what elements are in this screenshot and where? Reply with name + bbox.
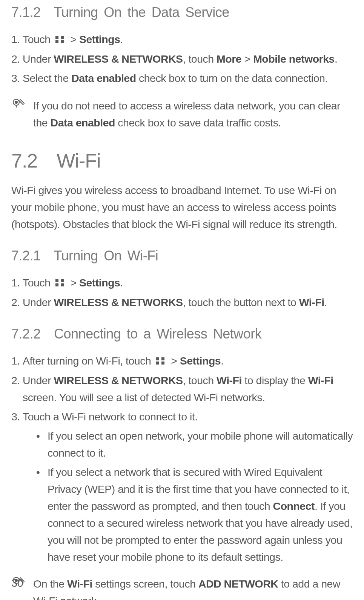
lightbulb-icon [12, 108, 25, 114]
svg-rect-10 [156, 357, 159, 360]
svg-rect-7 [61, 279, 64, 282]
bold-text: Data enabled [71, 72, 136, 84]
step-text: After turning on Wi-Fi, touch > Settings… [23, 352, 355, 370]
note-text: If you do not need to access a wireless … [33, 97, 355, 131]
step-7-2-1-1: 1. Touch > Settings. [11, 274, 355, 292]
step-text: Touch a Wi-Fi network to connect to it. … [23, 408, 355, 568]
bold-text: WIRELESS & NETWORKS [54, 374, 183, 386]
bold-text: Wi-Fi [299, 296, 324, 308]
step-text: Under WIRELESS & NETWORKS, touch the but… [23, 294, 355, 311]
text: settings screen, touch [92, 578, 198, 590]
bold-text: Settings [79, 33, 120, 45]
manual-page: 7.1.2 Turning On the Data Service 1. Tou… [0, 0, 364, 600]
text: Touch [23, 277, 51, 289]
bullet-list: • If you select an open network, your mo… [23, 428, 355, 566]
heading-7-2: 7.2 Wi-Fi [11, 149, 355, 172]
heading-7-1-2: 7.1.2 Turning On the Data Service [11, 5, 355, 20]
bold-text: Wi-Fi [308, 374, 333, 386]
apps-grid-icon [54, 31, 67, 48]
step-text: Under WIRELESS & NETWORKS, touch Wi-Fi t… [23, 372, 355, 406]
text: . [120, 33, 123, 45]
svg-rect-8 [55, 283, 58, 286]
svg-rect-12 [156, 362, 159, 365]
bold-text: Wi-Fi [67, 578, 92, 590]
heading-7-2-1: 7.2.1 Turning On Wi-Fi [11, 248, 355, 264]
bold-text: ADD NETWORK [198, 578, 278, 590]
svg-rect-0 [55, 36, 58, 39]
bold-text: WIRELESS & NETWORKS [54, 53, 183, 65]
svg-rect-2 [55, 40, 58, 43]
text: . [120, 277, 123, 289]
text: Under [23, 296, 54, 308]
apps-grid-icon [54, 275, 67, 292]
svg-rect-1 [61, 36, 64, 39]
text: On the [33, 578, 67, 590]
step-number: 3. [11, 70, 23, 87]
bold-text: WIRELESS & NETWORKS [54, 296, 183, 308]
text: Touch a Wi-Fi network to connect to it. [23, 411, 198, 423]
bold-text: Data enabled [51, 117, 115, 129]
text: > [171, 355, 180, 367]
text: , touch [183, 374, 217, 386]
svg-rect-3 [61, 40, 64, 43]
step-7-2-2-3: 3. Touch a Wi-Fi network to connect to i… [11, 408, 355, 568]
text: check box to save data traffic costs. [115, 117, 281, 129]
bullet-marker: • [36, 464, 48, 566]
svg-rect-9 [61, 283, 64, 286]
step-7-2-2-2: 2. Under WIRELESS & NETWORKS, touch Wi-F… [11, 372, 355, 406]
bold-text: Wi-Fi [217, 374, 242, 386]
text: > [241, 53, 253, 65]
bullet-marker: • [36, 428, 48, 462]
step-number: 1. [11, 352, 23, 370]
note-icon-wrap [11, 97, 33, 131]
note-block: If you do not need to access a wireless … [11, 97, 355, 131]
text: Under [23, 374, 54, 386]
bold-text: Mobile networks [253, 53, 335, 65]
step-number: 1. [11, 274, 23, 292]
note-text: On the Wi-Fi settings screen, touch ADD … [33, 575, 355, 600]
text: . [324, 296, 327, 308]
step-7-1-2-2: 2. Under WIRELESS & NETWORKS, touch More… [11, 51, 355, 68]
heading-7-2-2: 7.2.2 Connecting to a Wireless Network [11, 326, 355, 342]
bold-text: More [217, 53, 241, 65]
text: Touch [23, 33, 51, 45]
step-text: Under WIRELESS & NETWORKS, touch More > … [23, 51, 355, 68]
bold-text: Settings [180, 355, 221, 367]
text: After turning on Wi-Fi, touch [23, 355, 151, 367]
text: Under [23, 53, 54, 65]
page-number: 30 [11, 577, 23, 589]
step-number: 2. [11, 51, 23, 68]
step-7-1-2-3: 3. Select the Data enabled check box to … [11, 70, 355, 87]
bold-text: Connect [273, 500, 315, 512]
svg-point-5 [15, 101, 18, 104]
text: , touch [183, 53, 217, 65]
text: , touch the button next to [183, 296, 299, 308]
text: . [221, 355, 223, 367]
text: to display the [242, 374, 308, 386]
list-item: • If you select a network that is secure… [36, 464, 355, 566]
text: check box to turn on the data connection… [136, 72, 328, 84]
step-7-1-2-1: 1. Touch > Settings. [11, 31, 355, 48]
step-number: 1. [11, 31, 23, 48]
text: > [70, 277, 79, 289]
step-number: 2. [11, 372, 23, 406]
svg-rect-11 [161, 357, 164, 360]
step-7-2-2-1: 1. After turning on Wi-Fi, touch > Setti… [11, 352, 355, 370]
step-text: Touch > Settings. [23, 31, 355, 48]
text: screen. You will see a list of detected … [23, 391, 265, 403]
bullet-text: If you select a network that is secured … [48, 464, 355, 566]
text: . [335, 53, 337, 65]
bold-text: Settings [79, 277, 120, 289]
text: Select the [23, 72, 71, 84]
svg-rect-13 [161, 362, 164, 365]
svg-rect-6 [55, 279, 58, 282]
step-text: Touch > Settings. [23, 274, 355, 292]
note-block: On the Wi-Fi settings screen, touch ADD … [11, 575, 355, 600]
apps-grid-icon [155, 353, 167, 370]
text: > [70, 33, 79, 45]
intro-7-2: Wi-Fi gives you wireless access to broad… [11, 182, 355, 233]
step-7-2-1-2: 2. Under WIRELESS & NETWORKS, touch the … [11, 294, 355, 311]
step-number: 3. [11, 408, 23, 568]
bullet-text: If you select an open network, your mobi… [48, 428, 355, 462]
step-text: Select the Data enabled check box to tur… [23, 70, 355, 87]
